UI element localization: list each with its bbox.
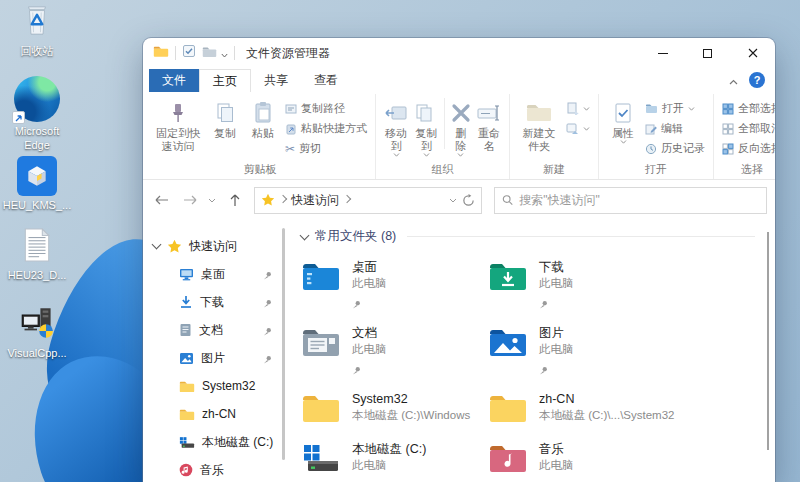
sidebar-item-desktop[interactable]: 桌面	[143, 260, 285, 288]
folder-item-documents[interactable]: 文档 此电脑	[301, 325, 488, 379]
maximize-button[interactable]	[685, 38, 730, 68]
sidebar-item-downloads[interactable]: 下载	[143, 288, 285, 316]
sidebar-item-documents[interactable]: 文档	[143, 316, 285, 344]
sidebar-item-pictures[interactable]: 图片	[143, 344, 285, 372]
desktop-icon-heu-doc[interactable]: HEU23_D...	[0, 228, 74, 283]
desktop-icon-recycle-bin[interactable]: 回收站	[0, 2, 74, 59]
section-collapse-icon[interactable]	[300, 230, 310, 240]
close-button[interactable]	[730, 38, 775, 68]
qat-new-folder-icon[interactable]	[202, 44, 217, 62]
button-label: 反向选择	[738, 141, 775, 156]
folder-item-system32[interactable]: System32 本地磁盘 (C:)\Windows	[301, 391, 488, 429]
section-title: 常用文件夹 (8)	[315, 228, 396, 245]
qat-properties-icon[interactable]	[182, 44, 196, 62]
quick-access-star-icon	[167, 239, 182, 254]
tab-share[interactable]: 共享	[251, 69, 301, 92]
desktop-icon-heu-kms[interactable]: HEU_KMS_...	[0, 156, 74, 213]
paste-button[interactable]: 粘贴	[244, 96, 282, 142]
sidebar-item-system32[interactable]: System32	[143, 372, 285, 400]
sidebar-item-label: 快速访问	[189, 238, 237, 255]
copy-icon	[215, 98, 235, 127]
easy-access-button[interactable]	[563, 119, 593, 138]
group-label-new: 新建	[510, 162, 598, 177]
items-view: 常用文件夹 (8)	[285, 220, 775, 482]
copy-button[interactable]: 复制	[206, 96, 244, 142]
tab-view[interactable]: 查看	[301, 69, 351, 92]
invert-selection-button[interactable]: 反向选择	[719, 139, 775, 158]
folder-item-downloads[interactable]: 下载 此电脑	[488, 259, 675, 313]
tab-home[interactable]: 主页	[199, 69, 251, 92]
breadcrumb-chevron-icon	[279, 195, 287, 203]
desktop-icon-visualcpp[interactable]: VisualCpp...	[0, 306, 74, 361]
folder-name: 文档	[352, 325, 387, 341]
delete-button[interactable]: 删除	[448, 96, 474, 159]
folder-name: zh-CN	[539, 391, 674, 407]
titlebar[interactable]: 文件资源管理器	[143, 38, 775, 68]
history-icon	[645, 143, 657, 155]
select-all-button[interactable]: 全部选择	[719, 99, 775, 118]
main-scrollbar[interactable]	[767, 232, 769, 450]
button-label: 属性	[612, 127, 634, 140]
address-bar[interactable]: 快速访问	[254, 187, 482, 214]
sidebar-item-local-disk-c[interactable]: 本地磁盘 (C:)	[143, 428, 285, 456]
recent-locations-chevron-icon[interactable]	[205, 187, 219, 213]
folder-item-desktop[interactable]: 桌面 此电脑	[301, 259, 488, 313]
rename-button[interactable]: 重命名	[474, 96, 504, 155]
documents-folder-icon	[301, 326, 341, 363]
address-dropdown-icon[interactable]	[449, 198, 457, 203]
folder-location: 此电脑	[352, 341, 387, 358]
sidebar-item-label: 图片	[201, 350, 225, 367]
paste-shortcut-button[interactable]: 粘贴快捷方式	[282, 119, 370, 138]
folder-item-zh-cn[interactable]: zh-CN 本地磁盘 (C:)\...\System32	[488, 391, 675, 429]
desktop: 回收站 Microsoft Edge HEU_KMS_...	[0, 0, 800, 482]
select-none-button[interactable]: 全部取消	[719, 119, 775, 138]
folder-item-local-disk-c[interactable]: 本地磁盘 (C:) 此电脑	[301, 441, 488, 479]
folder-location: 此电脑	[352, 457, 426, 474]
folder-item-pictures[interactable]: 图片 此电脑	[488, 325, 675, 379]
open-button[interactable]: 打开	[642, 99, 708, 118]
button-label: 复制路径	[301, 101, 345, 116]
pin-icon	[263, 325, 272, 339]
frequent-folders-header[interactable]: 常用文件夹 (8)	[301, 228, 755, 245]
move-to-button[interactable]: 移动到	[381, 96, 411, 159]
button-label: 重命名	[477, 127, 501, 153]
pin-icon	[539, 295, 574, 313]
search-box[interactable]	[494, 187, 767, 214]
explorer-content: 快速访问 桌面	[143, 220, 775, 482]
history-button[interactable]: 历史记录	[642, 139, 708, 158]
breadcrumb-item[interactable]: 快速访问	[291, 192, 339, 209]
new-folder-button[interactable]: 新建文件夹	[515, 96, 563, 155]
sidebar-item-music[interactable]: 音乐	[143, 456, 285, 482]
minimize-button[interactable]	[640, 38, 685, 68]
local-disk-icon	[301, 442, 341, 479]
properties-button[interactable]: 属性	[604, 96, 642, 146]
pin-icon	[168, 98, 188, 127]
back-button[interactable]	[149, 187, 174, 213]
group-inner-separator	[444, 98, 445, 149]
group-label-select: 选择	[714, 162, 775, 177]
cut-button[interactable]: ✂ 剪切	[282, 139, 370, 158]
expanded-chevron-icon[interactable]	[152, 240, 162, 250]
collapse-ribbon-icon[interactable]	[729, 71, 738, 89]
delete-icon	[451, 98, 471, 127]
refresh-icon[interactable]	[462, 194, 475, 207]
dropdown-chevron-icon	[423, 153, 430, 157]
tab-file[interactable]: 文件	[149, 69, 199, 92]
search-input[interactable]	[519, 193, 759, 207]
up-button[interactable]	[222, 187, 247, 213]
sidebar-item-quick-access[interactable]: 快速访问	[143, 232, 285, 260]
desktop-icon-microsoft-edge[interactable]: Microsoft Edge	[0, 76, 74, 153]
copy-path-button[interactable]: 复制路径	[282, 99, 370, 118]
ribbon-group-organize: 移动到 复制到	[376, 94, 510, 179]
edit-button[interactable]: 编辑	[642, 119, 708, 138]
sidebar-item-zh-cn[interactable]: zh-CN	[143, 400, 285, 428]
ribbon: 固定到快速访问 复制	[143, 92, 775, 180]
copy-to-button[interactable]: 复制到	[411, 96, 441, 159]
ribbon-tab-row: 文件 主页 共享 查看 ?	[143, 68, 775, 92]
new-item-button[interactable]	[563, 99, 593, 118]
forward-button[interactable]	[177, 187, 202, 213]
folder-item-music[interactable]: 音乐 此电脑	[488, 441, 675, 479]
help-button[interactable]: ?	[749, 72, 765, 88]
pin-to-quick-access-button[interactable]: 固定到快速访问	[150, 96, 206, 155]
qat-customize-chevron-icon[interactable]	[221, 44, 228, 62]
